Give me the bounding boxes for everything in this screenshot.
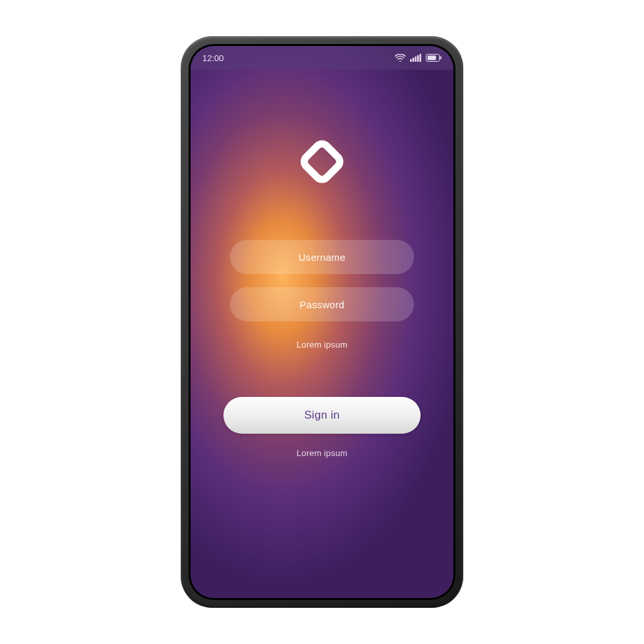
svg-rect-3 — [417, 55, 419, 62]
wifi-icon — [395, 54, 405, 62]
svg-rect-2 — [415, 57, 417, 62]
password-input[interactable] — [230, 287, 414, 321]
svg-rect-1 — [413, 58, 415, 62]
phone-inner: 12:00 — [189, 44, 455, 600]
svg-rect-7 — [440, 57, 442, 60]
signal-icon — [410, 54, 421, 62]
status-time: 12:00 — [202, 53, 224, 63]
footer-text[interactable]: Lorem ipsum — [296, 448, 347, 458]
svg-rect-0 — [410, 59, 412, 62]
svg-rect-8 — [302, 141, 342, 182]
login-content: Lorem ipsum Sign in Lorem ipsum — [191, 70, 453, 598]
svg-rect-4 — [419, 54, 421, 62]
svg-rect-6 — [428, 56, 436, 60]
app-logo-icon — [283, 122, 361, 204]
phone-frame: 12:00 — [181, 36, 463, 608]
helper-text: Lorem ipsum — [296, 340, 347, 350]
username-input[interactable] — [230, 240, 414, 274]
sign-in-button[interactable]: Sign in — [223, 397, 421, 434]
battery-icon — [426, 54, 442, 62]
screen: 12:00 — [191, 46, 453, 598]
status-icons — [395, 54, 442, 62]
status-bar: 12:00 — [191, 46, 453, 70]
